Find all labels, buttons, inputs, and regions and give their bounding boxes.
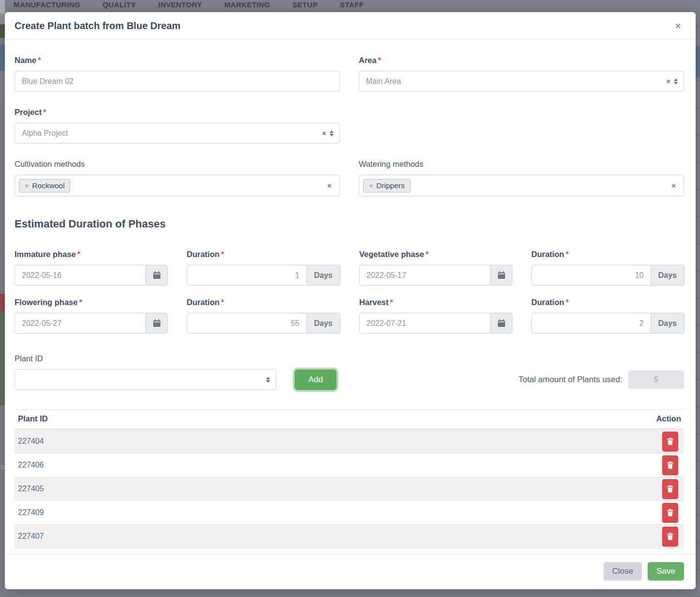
background-left-sliver: S [0, 0, 5, 597]
tag-remove-icon[interactable]: × [25, 182, 29, 190]
duration-label: Duration* [187, 250, 340, 259]
add-button[interactable]: Add [295, 370, 336, 390]
area-label: Area* [359, 56, 684, 65]
trash-icon [667, 485, 674, 493]
table-header-plant-id: Plant ID [18, 414, 48, 423]
vegetative-duration-group: Duration* Days [531, 250, 684, 286]
required-asterisk: * [38, 56, 41, 65]
cultivation-clear-icon[interactable]: × [327, 182, 332, 189]
harvest-duration-group: Duration* Days [531, 298, 684, 334]
background-right-sliver [696, 0, 700, 597]
required-asterisk: * [566, 250, 569, 258]
phases-section-heading: Estimated Duration of Phases [15, 218, 684, 230]
vegetative-duration-input[interactable] [531, 265, 651, 286]
calendar-icon[interactable] [491, 265, 512, 286]
plant-id-label: Plant ID [15, 354, 684, 363]
flowering-phase-group: Flowering phase* [15, 298, 168, 334]
trash-icon [667, 461, 674, 469]
project-clear-icon[interactable]: × [322, 129, 326, 137]
calendar-icon[interactable] [146, 265, 168, 286]
table-row: 227405 [15, 477, 684, 501]
duration-label: Duration* [187, 298, 340, 307]
project-label: Project* [15, 108, 340, 117]
required-asterisk: * [390, 298, 393, 307]
trash-icon [667, 532, 674, 540]
modal-title: Create Plant batch from Blue Dream [15, 20, 180, 32]
flowering-duration-input[interactable] [187, 313, 307, 334]
immature-phase-date-input[interactable] [15, 265, 146, 286]
watering-methods-multiselect[interactable]: × Drippers × [359, 175, 684, 196]
immature-duration-input[interactable] [187, 265, 307, 286]
tag-label: Drippers [376, 181, 405, 190]
area-sort-arrows-icon[interactable] [674, 79, 678, 84]
plant-id-cell: 227404 [18, 437, 44, 446]
calendar-icon[interactable] [146, 313, 168, 334]
project-select[interactable]: Alpha Project × [15, 123, 340, 144]
project-selected-value: Alpha Project [22, 129, 68, 138]
table-header-row: Plant ID Action [15, 409, 684, 430]
delete-row-button[interactable] [662, 432, 678, 452]
delete-row-button[interactable] [662, 455, 678, 475]
modal-header: Create Plant batch from Blue Dream × [5, 12, 696, 39]
flowering-phase-date-input[interactable] [15, 313, 146, 334]
required-asterisk: * [221, 298, 224, 307]
create-plant-batch-modal: Create Plant batch from Blue Dream × Nam… [5, 12, 696, 589]
plant-id-cell: 227409 [18, 508, 44, 517]
plant-id-cell: 227405 [18, 484, 44, 493]
table-row: 227407 [15, 525, 684, 549]
trash-icon [667, 437, 674, 445]
area-field-group: Area* Main Area × [359, 56, 684, 92]
background-navbar: MANUFACTURING QUALITY INVENTORY MARKETIN… [14, 0, 700, 13]
nav-item-quality: QUALITY [103, 0, 136, 9]
area-selected-value: Main Area [366, 77, 401, 86]
watering-clear-icon[interactable]: × [671, 182, 676, 189]
save-button[interactable]: Save [648, 562, 684, 581]
table-row: 227406 [15, 453, 684, 477]
cultivation-methods-group: Cultivation methods × Rockwool × [15, 160, 340, 196]
cultivation-methods-label: Cultivation methods [15, 160, 340, 169]
delete-row-button[interactable] [662, 527, 678, 547]
area-clear-icon[interactable]: × [666, 78, 670, 85]
delete-row-button[interactable] [662, 479, 678, 499]
tag-remove-icon[interactable]: × [369, 182, 373, 190]
close-icon[interactable]: × [672, 21, 684, 32]
nav-item-staff: STAFF [340, 0, 364, 9]
project-field-group: Project* Alpha Project × [15, 108, 340, 144]
harvest-date-input[interactable] [359, 313, 491, 334]
calendar-icon[interactable] [491, 313, 512, 334]
required-asterisk: * [426, 250, 429, 258]
table-row: 227404 [15, 430, 684, 453]
days-unit-addon: Days [651, 313, 684, 334]
project-sort-arrows-icon[interactable] [330, 130, 334, 136]
plant-id-select[interactable] [15, 369, 276, 390]
watering-methods-group: Watering methods × Drippers × [359, 160, 684, 196]
cultivation-methods-multiselect[interactable]: × Rockwool × [15, 175, 340, 196]
background-partial-letter: S [0, 464, 5, 471]
days-unit-addon: Days [307, 265, 340, 286]
name-field-group: Name* [15, 56, 340, 92]
modal-body: Name* Area* Main Area × [5, 39, 696, 554]
table-header-action: Action [656, 414, 681, 423]
delete-row-button[interactable] [662, 503, 678, 523]
required-asterisk: * [221, 250, 224, 258]
close-button[interactable]: Close [604, 562, 642, 581]
nav-item-setup: SETUP [292, 0, 318, 9]
vegetative-phase-label: Vegetative phase* [359, 250, 512, 259]
name-label: Name* [15, 56, 340, 65]
vegetative-phase-date-input[interactable] [359, 265, 491, 286]
days-unit-addon: Days [307, 313, 340, 334]
total-plants-label: Total amount of Plants used: [518, 375, 622, 385]
plant-id-sort-arrows-icon[interactable] [266, 377, 270, 383]
days-unit-addon: Days [651, 265, 684, 286]
plant-id-table: Plant ID Action 227404 227406 227405 [15, 409, 684, 549]
modal-footer: Close Save [5, 554, 696, 589]
total-plants-group: Total amount of Plants used: [518, 371, 684, 389]
required-asterisk: * [378, 56, 381, 65]
tag-label: Rockwool [32, 181, 64, 190]
flowering-phase-label: Flowering phase* [15, 298, 168, 307]
required-asterisk: * [43, 108, 46, 116]
name-input[interactable] [15, 71, 340, 92]
vegetative-phase-group: Vegetative phase* [359, 250, 512, 286]
harvest-duration-input[interactable] [531, 313, 651, 334]
area-select[interactable]: Main Area × [359, 71, 684, 92]
